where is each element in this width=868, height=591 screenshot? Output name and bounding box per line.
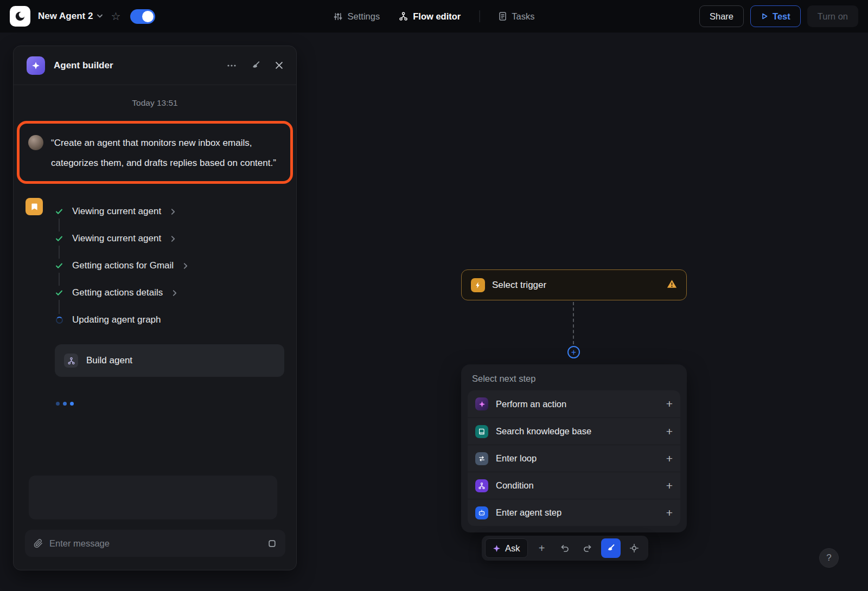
next-step-item-enter-agent-step[interactable]: Enter agent step + [468, 499, 680, 526]
chevron-down-icon [97, 14, 103, 18]
next-step-item-search-knowledge-base[interactable]: Search knowledge base + [468, 417, 680, 445]
flow-connector-dashed [573, 302, 574, 344]
bookmark-icon [25, 198, 43, 215]
chat-header: Agent builder [14, 46, 296, 85]
message-input[interactable] [49, 538, 261, 549]
agent-name: New Agent 2 [38, 11, 93, 22]
nav-divider [479, 10, 480, 22]
add-icon[interactable]: + [666, 397, 673, 410]
step-label: Viewing current agent [72, 206, 161, 217]
tab-tasks-label: Tasks [512, 11, 534, 22]
add-icon[interactable]: + [666, 425, 673, 438]
close-icon[interactable] [275, 61, 283, 69]
more-options-icon[interactable] [227, 64, 237, 67]
action-sparkle-icon [475, 397, 488, 410]
stop-icon[interactable] [267, 539, 277, 548]
chevron-right-icon[interactable] [173, 290, 177, 297]
add-icon[interactable]: + [666, 506, 673, 519]
sparkle-icon [31, 61, 40, 70]
add-icon[interactable]: + [666, 479, 673, 492]
chevron-right-icon[interactable] [171, 235, 175, 242]
build-agent-label: Build agent [86, 355, 132, 366]
help-button[interactable]: ? [819, 548, 839, 568]
canvas-toolbar: Ask + [482, 536, 648, 561]
agent-name-menu[interactable]: New Agent 2 [38, 11, 103, 22]
wand-broom-icon [606, 543, 616, 553]
step-row[interactable]: Viewing current agent [55, 198, 188, 225]
ask-button[interactable]: Ask [485, 538, 528, 558]
next-step-item-perform-action[interactable]: Perform an action + [468, 390, 680, 417]
clear-chat-broom-icon[interactable] [251, 60, 261, 70]
add-step-plus-icon[interactable]: + [567, 346, 580, 358]
user-message-text: “Create an agent that monitors new inbox… [51, 133, 280, 173]
tasks-doc-icon [498, 11, 507, 21]
knowledge-book-icon [475, 425, 488, 438]
turn-on-button[interactable]: Turn on [807, 5, 858, 27]
next-step-item-label: Enter loop [496, 453, 659, 464]
redo-button[interactable] [577, 538, 598, 558]
agent-builder-icon [27, 56, 45, 75]
attach-paperclip-icon[interactable] [34, 539, 43, 548]
next-step-item-label: Perform an action [496, 399, 659, 409]
share-button[interactable]: Share [699, 5, 744, 27]
app-logo-glyph [14, 10, 26, 22]
focus-crosshair-icon [629, 543, 639, 553]
lightning-bolt-icon [471, 278, 485, 292]
undo-button[interactable] [554, 538, 576, 558]
sliders-icon [334, 12, 343, 21]
trigger-label: Select trigger [492, 280, 660, 291]
ask-label: Ask [505, 543, 520, 554]
add-icon[interactable]: + [666, 452, 673, 465]
next-step-item-condition[interactable]: Condition + [468, 472, 680, 499]
build-agent-card[interactable]: Build agent [55, 344, 284, 377]
step-label: Getting actions details [72, 287, 163, 298]
tab-flow-editor-label: Flow editor [413, 11, 461, 22]
agent-enabled-toggle[interactable] [130, 9, 155, 24]
tab-tasks[interactable]: Tasks [498, 11, 534, 22]
tab-settings-label: Settings [348, 11, 380, 22]
step-row[interactable]: Viewing current agent [55, 225, 188, 252]
next-step-item-enter-loop[interactable]: Enter loop + [468, 445, 680, 472]
step-row[interactable]: Getting actions for Gmail [55, 252, 188, 279]
ai-cleanup-button[interactable] [601, 538, 621, 558]
select-next-step-panel: Select next step Perform an action + Sea… [461, 364, 687, 532]
flow-icon [398, 11, 408, 21]
tab-settings[interactable]: Settings [334, 11, 380, 22]
panel-title: Agent builder [54, 60, 227, 71]
next-step-item-label: Condition [496, 480, 659, 491]
test-button[interactable]: Test [750, 5, 801, 27]
check-icon [55, 204, 63, 219]
step-label: Getting actions for Gmail [72, 260, 174, 271]
next-step-list: Perform an action + Search knowledge bas… [468, 390, 680, 526]
app-logo[interactable] [10, 6, 30, 27]
play-icon [761, 12, 768, 20]
check-icon [55, 259, 63, 273]
pending-message-placeholder [29, 476, 277, 519]
highlighted-user-message: “Create an agent that monitors new inbox… [17, 121, 293, 184]
tab-flow-editor[interactable]: Flow editor [398, 11, 461, 22]
chevron-right-icon[interactable] [183, 262, 188, 269]
agent-builder-panel: Agent builder Today 13:51 “Create an age… [13, 46, 297, 570]
chat-timestamp: Today 13:51 [14, 98, 296, 108]
add-node-button[interactable]: + [531, 538, 553, 558]
next-step-title: Select next step [461, 364, 687, 390]
recenter-button[interactable] [623, 538, 645, 558]
ask-sparkle-icon [493, 544, 501, 553]
step-row[interactable]: Getting actions details [55, 279, 188, 306]
undo-icon [560, 543, 570, 553]
select-trigger-node[interactable]: Select trigger [461, 269, 687, 300]
agent-steps-section: Viewing current agent Viewing current ag… [25, 198, 296, 333]
check-icon [55, 286, 63, 300]
main-nav: Settings Flow editor Tasks [334, 0, 535, 33]
next-step-item-label: Enter agent step [496, 508, 659, 518]
build-agent-icon [64, 354, 78, 368]
loading-spinner-icon [55, 314, 63, 326]
top-bar: New Agent 2 ☆ Settings Flow editor [0, 0, 868, 33]
chevron-right-icon[interactable] [171, 208, 175, 215]
loop-arrows-icon [475, 452, 488, 465]
next-step-item-label: Search knowledge base [496, 426, 659, 436]
step-label: Viewing current agent [72, 233, 161, 244]
favorite-star-icon[interactable]: ☆ [111, 11, 120, 22]
step-row: Updating agent graph [55, 306, 188, 333]
steps-list: Viewing current agent Viewing current ag… [55, 198, 188, 333]
